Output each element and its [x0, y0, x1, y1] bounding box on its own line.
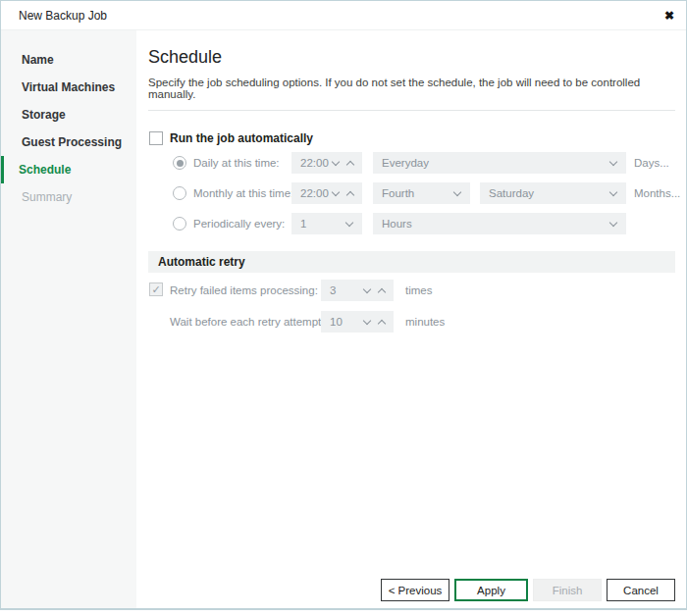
- monthly-week-value: Fourth: [373, 187, 454, 199]
- monthly-day-value: Saturday: [480, 187, 610, 199]
- schedule-step-content: Schedule Specify the job scheduling opti…: [136, 30, 687, 608]
- daily-day-dropdown[interactable]: Everyday: [373, 152, 626, 174]
- retry-count-row: Retry failed items processing: 3 times: [148, 277, 675, 304]
- retry-wait-label: Wait before each retry attempt for:: [170, 308, 341, 335]
- monthly-label: Monthly at this time:: [193, 180, 293, 207]
- retry-wait-value: 10: [321, 316, 364, 328]
- periodic-unit-dropdown[interactable]: Hours: [373, 213, 626, 234]
- sidebar-item-summary: Summary: [1, 183, 136, 211]
- chevron-down-icon[interactable]: [609, 157, 617, 165]
- chevron-up-icon[interactable]: [378, 319, 386, 327]
- run-automatically-checkbox[interactable]: [149, 131, 163, 145]
- retry-count-value: 3: [321, 284, 364, 296]
- sidebar-item-name[interactable]: Name: [1, 46, 136, 74]
- retry-wait-row: Wait before each retry attempt for: 10 m…: [148, 308, 675, 335]
- daily-label: Daily at this time:: [193, 149, 280, 177]
- months-link[interactable]: Months...: [634, 180, 680, 207]
- chevron-down-icon[interactable]: [609, 218, 617, 226]
- monthly-time-value: 22:00: [291, 187, 333, 199]
- sidebar-item-virtual-machines[interactable]: Virtual Machines: [1, 74, 136, 101]
- chevron-down-icon[interactable]: [332, 187, 340, 195]
- monthly-day-dropdown[interactable]: Saturday: [480, 182, 626, 204]
- sidebar-item-storage[interactable]: Storage: [1, 101, 136, 128]
- chevron-up-icon[interactable]: [346, 160, 354, 168]
- apply-button[interactable]: Apply: [454, 579, 528, 601]
- page-description: Specify the job scheduling options. If y…: [148, 77, 675, 100]
- periodic-value-dropdown[interactable]: 1: [291, 213, 362, 234]
- chevron-down-icon[interactable]: [363, 284, 371, 292]
- periodic-unit-value: Hours: [373, 218, 610, 230]
- chevron-down-icon[interactable]: [453, 187, 461, 195]
- daily-radio[interactable]: [173, 156, 186, 170]
- days-link[interactable]: Days...: [634, 149, 669, 177]
- page-title: Schedule: [148, 47, 675, 68]
- sidebar-item-schedule[interactable]: Schedule: [1, 156, 136, 183]
- automatic-retry-header: Automatic retry: [148, 251, 675, 273]
- daily-schedule-row: Daily at this time: 22:00 Everyday Days.…: [148, 149, 675, 177]
- monthly-time-spinner[interactable]: 22:00: [291, 182, 362, 204]
- sidebar-item-guest-processing[interactable]: Guest Processing: [1, 128, 136, 156]
- retry-count-spinner[interactable]: 3: [321, 280, 394, 301]
- daily-time-spinner[interactable]: 22:00: [291, 152, 362, 174]
- window-title: New Backup Job: [19, 9, 107, 23]
- monthly-radio[interactable]: [173, 186, 186, 200]
- dialog-body: Name Virtual Machines Storage Guest Proc…: [1, 30, 686, 608]
- chevron-down-icon[interactable]: [332, 157, 340, 165]
- periodically-label: Periodically every:: [193, 210, 285, 237]
- periodic-value: 1: [291, 218, 346, 230]
- retry-count-unit: times: [405, 277, 432, 304]
- chevron-down-icon[interactable]: [363, 316, 371, 324]
- divider: [148, 110, 675, 111]
- chevron-up-icon[interactable]: [378, 287, 386, 295]
- wizard-steps-sidebar: Name Virtual Machines Storage Guest Proc…: [1, 30, 136, 608]
- cancel-button[interactable]: Cancel: [607, 579, 675, 601]
- wizard-footer: < Previous Apply Finish Cancel: [381, 579, 675, 601]
- periodically-radio[interactable]: [173, 217, 186, 231]
- retry-failed-checkbox[interactable]: [149, 282, 163, 296]
- retry-failed-label: Retry failed items processing:: [170, 277, 318, 304]
- previous-button[interactable]: < Previous: [381, 579, 449, 601]
- daily-time-value: 22:00: [291, 157, 333, 169]
- retry-wait-spinner[interactable]: 10: [321, 311, 394, 333]
- monthly-week-dropdown[interactable]: Fourth: [373, 182, 470, 204]
- chevron-down-icon[interactable]: [609, 187, 617, 195]
- chevron-up-icon[interactable]: [346, 190, 354, 198]
- periodic-schedule-row: Periodically every: 1 Hours: [148, 210, 675, 237]
- run-automatically-label: Run the job automatically: [170, 130, 313, 146]
- monthly-schedule-row: Monthly at this time: 22:00 Fourth Satur…: [148, 180, 675, 207]
- daily-day-value: Everyday: [373, 157, 610, 169]
- run-automatically-row: Run the job automatically: [148, 130, 675, 146]
- retry-wait-unit: minutes: [405, 308, 445, 335]
- new-backup-job-dialog: New Backup Job ✖ Name Virtual Machines S…: [0, 0, 687, 610]
- close-icon[interactable]: ✖: [664, 10, 674, 22]
- chevron-down-icon[interactable]: [345, 218, 353, 226]
- title-bar: New Backup Job ✖: [1, 1, 686, 30]
- finish-button: Finish: [533, 579, 602, 601]
